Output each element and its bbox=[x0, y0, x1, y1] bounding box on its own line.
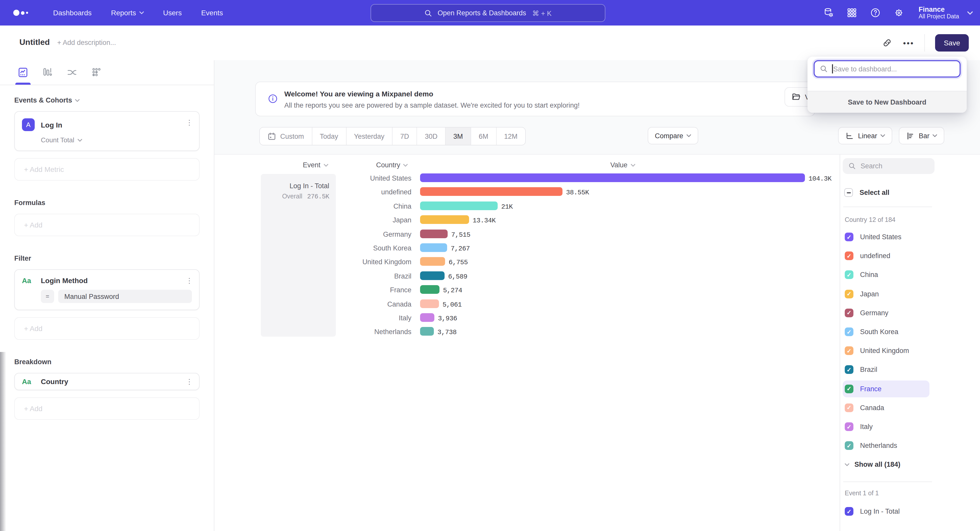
range-12m[interactable]: 12M bbox=[496, 127, 525, 145]
bar-brazil[interactable] bbox=[420, 271, 445, 280]
metric-card-log-in[interactable]: A Log In ⋮ Count Total bbox=[14, 111, 200, 151]
checkbox-germany[interactable]: ✓ bbox=[845, 309, 853, 317]
bar-italy[interactable] bbox=[420, 313, 434, 322]
column-header-country[interactable]: Country bbox=[376, 161, 408, 169]
help-icon[interactable] bbox=[870, 7, 881, 18]
tab-flows[interactable] bbox=[66, 67, 78, 78]
series-search-input[interactable]: Search bbox=[843, 158, 935, 174]
global-search-button[interactable]: Open Reports & Dashboards ⌘ + K bbox=[371, 4, 605, 22]
checkbox-italy[interactable]: ✓ bbox=[845, 422, 853, 431]
tab-insights[interactable] bbox=[18, 67, 29, 78]
breakdown-card-country[interactable]: Aa Country ⋮ bbox=[14, 373, 200, 390]
bar-south-korea[interactable] bbox=[420, 243, 447, 252]
save-button[interactable]: Save bbox=[935, 34, 969, 52]
bar-canada[interactable] bbox=[420, 299, 439, 308]
country-checkbox-row-china[interactable]: ✓China bbox=[843, 266, 929, 283]
metric-menu-button[interactable]: ⋮ bbox=[186, 118, 193, 127]
save-dashboard-search-input[interactable]: Save to dashboard... bbox=[814, 60, 961, 78]
column-header-event[interactable]: Event bbox=[303, 161, 328, 169]
text-cursor bbox=[832, 64, 833, 73]
report-title[interactable]: Untitled bbox=[19, 38, 50, 47]
breakdown-menu-button[interactable]: ⋮ bbox=[186, 377, 193, 386]
country-checkbox-row-united-states[interactable]: ✓United States bbox=[843, 228, 929, 245]
mixpanel-logo[interactable] bbox=[13, 10, 30, 16]
project-switcher[interactable]: Finance All Project Data bbox=[916, 6, 973, 20]
country-checkbox-row-undefined[interactable]: ✓undefined bbox=[843, 247, 929, 264]
country-checkbox-row-france[interactable]: ✓France bbox=[843, 380, 929, 397]
range-7d[interactable]: 7D bbox=[392, 127, 417, 145]
checkbox-united-kingdom[interactable]: ✓ bbox=[845, 346, 853, 355]
bar-united-states[interactable] bbox=[420, 173, 805, 182]
country-checkbox-row-italy[interactable]: ✓Italy bbox=[843, 418, 929, 435]
range-today[interactable]: Today bbox=[312, 127, 346, 145]
breakdown-property-name[interactable]: Country bbox=[41, 377, 68, 386]
column-header-label: Value bbox=[610, 161, 627, 169]
country-checkbox-row-canada[interactable]: ✓Canada bbox=[843, 399, 929, 416]
bar-japan[interactable] bbox=[420, 215, 469, 224]
data-management-icon[interactable] bbox=[822, 7, 834, 18]
bar-china[interactable] bbox=[420, 201, 498, 210]
range-6m[interactable]: 6M bbox=[471, 127, 496, 145]
events-cohorts-header[interactable]: Events & Cohorts bbox=[14, 97, 200, 104]
bar-united-kingdom[interactable] bbox=[420, 257, 445, 266]
checkbox-china[interactable]: ✓ bbox=[845, 271, 853, 279]
filter-menu-button[interactable]: ⋮ bbox=[186, 276, 193, 285]
checkbox-undefined[interactable]: ✓ bbox=[845, 252, 853, 260]
compare-button[interactable]: Compare bbox=[648, 127, 698, 144]
checkbox-south-korea[interactable]: ✓ bbox=[845, 328, 853, 336]
add-description-button[interactable]: + Add description... bbox=[57, 39, 116, 46]
select-all-row[interactable]: Select all bbox=[844, 188, 889, 197]
event-checkbox-row[interactable]: ✓Log In - Total bbox=[843, 503, 929, 520]
bar-undefined[interactable] bbox=[420, 187, 563, 196]
checkbox-japan[interactable]: ✓ bbox=[845, 290, 853, 298]
country-checkbox-row-germany[interactable]: ✓Germany bbox=[843, 304, 929, 321]
filter-card-login-method[interactable]: Aa Login Method ⋮ = Manual Password bbox=[14, 269, 200, 310]
more-options-button[interactable]: ••• bbox=[903, 38, 915, 47]
aggregation-selector[interactable]: Count Total bbox=[41, 136, 192, 144]
nav-item-events[interactable]: Events bbox=[201, 9, 223, 17]
metric-name[interactable]: Log In bbox=[41, 120, 62, 129]
save-to-new-dashboard-button[interactable]: Save to New Dashboard bbox=[808, 91, 967, 113]
column-header-value[interactable]: Value bbox=[610, 161, 635, 169]
settings-gear-icon[interactable] bbox=[893, 7, 904, 18]
select-all-checkbox[interactable] bbox=[844, 188, 853, 197]
nav-item-reports[interactable]: Reports bbox=[111, 9, 144, 17]
checkbox-france[interactable]: ✓ bbox=[845, 384, 853, 393]
tab-retention[interactable] bbox=[91, 67, 102, 78]
checkbox-log-in-total[interactable]: ✓ bbox=[845, 507, 853, 516]
bar-france[interactable] bbox=[420, 285, 439, 294]
add-breakdown-button[interactable]: + Add bbox=[14, 397, 200, 420]
nav-item-users[interactable]: Users bbox=[163, 9, 182, 17]
filter-operator[interactable]: = bbox=[41, 290, 54, 303]
filter-value[interactable]: Manual Password bbox=[58, 290, 192, 303]
checkbox-canada[interactable]: ✓ bbox=[845, 404, 853, 412]
checkbox-brazil[interactable]: ✓ bbox=[845, 366, 853, 374]
tab-funnels[interactable] bbox=[42, 67, 53, 78]
chart-type-selector[interactable]: Bar bbox=[899, 127, 944, 144]
checkbox-netherlands[interactable]: ✓ bbox=[845, 441, 853, 450]
bar-germany[interactable] bbox=[420, 229, 448, 238]
checkbox-united-states[interactable]: ✓ bbox=[845, 233, 853, 241]
add-formula-button[interactable]: + Add bbox=[14, 214, 200, 236]
filter-property-name[interactable]: Login Method bbox=[41, 276, 88, 285]
country-checkbox-row-japan[interactable]: ✓Japan bbox=[843, 285, 929, 302]
country-checkbox-row-united-kingdom[interactable]: ✓United Kingdom bbox=[843, 342, 929, 359]
logo-dot bbox=[21, 11, 24, 14]
range-3m[interactable]: 3M bbox=[445, 127, 471, 145]
title-bar-actions: ••• Save bbox=[882, 25, 969, 60]
nav-item-dashboards[interactable]: Dashboards bbox=[53, 9, 92, 17]
show-all-button[interactable]: Show all (184) bbox=[845, 461, 900, 468]
range-30d[interactable]: 30D bbox=[417, 127, 445, 145]
add-filter-button[interactable]: + Add bbox=[14, 317, 200, 340]
apps-grid-icon[interactable] bbox=[846, 7, 857, 18]
country-checkbox-row-netherlands[interactable]: ✓Netherlands bbox=[843, 437, 929, 454]
series-filter-panel: Search Select all Country 12 of 184 ✓Uni… bbox=[840, 155, 980, 531]
country-checkbox-row-brazil[interactable]: ✓Brazil bbox=[843, 361, 929, 378]
copy-link-icon[interactable] bbox=[882, 37, 893, 48]
range-custom[interactable]: Custom bbox=[260, 127, 312, 145]
add-metric-button[interactable]: + Add Metric bbox=[14, 158, 200, 181]
country-checkbox-row-south-korea[interactable]: ✓South Korea bbox=[843, 323, 929, 340]
bar-netherlands[interactable] bbox=[420, 327, 434, 336]
range-yesterday[interactable]: Yesterday bbox=[346, 127, 392, 145]
scale-selector[interactable]: Linear bbox=[838, 127, 892, 144]
